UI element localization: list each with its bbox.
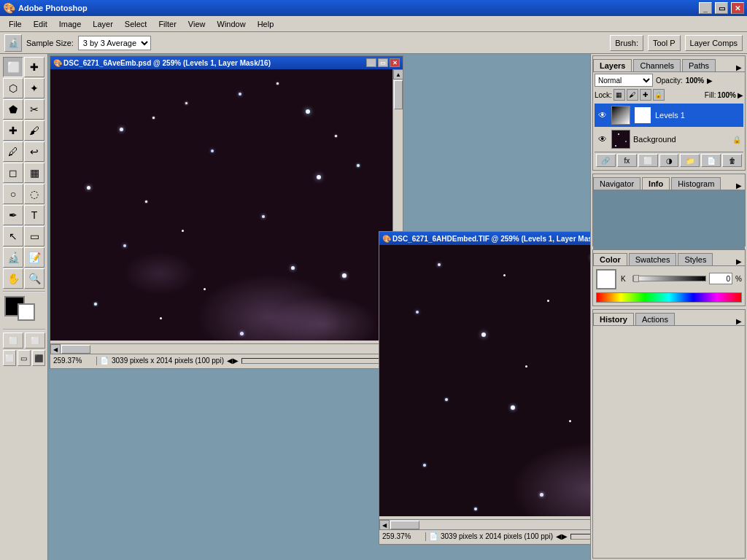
- opacity-label: Opacity:: [656, 77, 683, 85]
- tab-swatches[interactable]: Swatches: [629, 253, 677, 265]
- nav-panel-arrow[interactable]: ▶: [736, 182, 742, 190]
- color-main-swatch[interactable]: [596, 269, 616, 289]
- delete-layer-btn[interactable]: 🗑: [722, 154, 742, 167]
- lasso-tool[interactable]: ⬡: [3, 78, 23, 98]
- tab-histogram[interactable]: Histogram: [671, 177, 721, 190]
- new-layer-btn[interactable]: 📄: [701, 154, 721, 167]
- close-button[interactable]: ✕: [731, 2, 744, 14]
- add-mask-btn[interactable]: ⬜: [638, 154, 658, 167]
- menu-filter[interactable]: Filter: [152, 18, 182, 30]
- app-icon: 🎨: [3, 2, 15, 14]
- eyedropper-tool[interactable]: 🔬: [3, 247, 23, 268]
- tab-navigator[interactable]: Navigator: [593, 177, 640, 190]
- doc-1-maximize[interactable]: ▭: [378, 58, 388, 67]
- tab-color[interactable]: Color: [593, 253, 627, 265]
- layer-style-btn[interactable]: fx: [617, 154, 637, 167]
- background-color[interactable]: [18, 303, 35, 321]
- tab-actions[interactable]: Actions: [635, 313, 675, 325]
- tab-info[interactable]: Info: [642, 177, 670, 190]
- eraser-tool[interactable]: ◻: [3, 163, 23, 183]
- slice-tool[interactable]: ✂: [24, 99, 44, 120]
- doc-1-nav-arrows[interactable]: ◀▶: [227, 357, 239, 365]
- layer-row-background[interactable]: 👁 Background 🔒: [595, 128, 743, 151]
- quick-mask-button[interactable]: ⬜: [25, 332, 45, 349]
- maximize-button[interactable]: ▭: [715, 2, 728, 14]
- type-tool[interactable]: T: [24, 205, 44, 225]
- full-screen-menu-button[interactable]: ▭: [18, 350, 31, 366]
- clone-tool[interactable]: 🖊: [3, 141, 23, 162]
- hand-tool[interactable]: ✋: [3, 268, 23, 289]
- layer-name-background: Background: [633, 135, 729, 144]
- fill-arrow[interactable]: ▶: [738, 91, 743, 99]
- note-tool[interactable]: 📝: [24, 247, 44, 268]
- blur-tool[interactable]: ◌: [24, 184, 44, 204]
- menu-file[interactable]: File: [3, 18, 28, 30]
- adjustment-layer-btn[interactable]: ◑: [659, 154, 679, 167]
- layer-eye-background[interactable]: 👁: [597, 133, 608, 145]
- full-screen-button[interactable]: ⬛: [32, 350, 45, 366]
- doc-2-canvas[interactable]: [379, 245, 590, 516]
- sample-size-select[interactable]: 3 by 3 Average Point Sample 5 by 5 Avera…: [78, 36, 151, 50]
- color-k-slider-thumb[interactable]: [633, 275, 639, 282]
- doc-2-nav-arrows[interactable]: ◀▶: [556, 532, 568, 540]
- normal-mode-button[interactable]: ⬜: [3, 332, 23, 349]
- shape-tool[interactable]: ▭: [24, 226, 44, 246]
- tab-channels[interactable]: Channels: [633, 59, 680, 71]
- gradient-tool[interactable]: ▦: [24, 163, 44, 183]
- brush-presets-button[interactable]: Brush:: [610, 35, 643, 51]
- doc-1-title-bar[interactable]: 🎨 DSC_6271_6AveEmb.psd @ 259% (Levels 1,…: [50, 56, 403, 69]
- layer-group-btn[interactable]: 📁: [680, 154, 700, 167]
- doc-1-canvas[interactable]: [50, 69, 392, 341]
- blend-mode-select[interactable]: Normal Multiply Screen: [595, 74, 653, 87]
- doc-1-close[interactable]: ✕: [390, 58, 400, 67]
- color-gradient-bar[interactable]: [596, 292, 742, 303]
- history-brush-tool[interactable]: ↩: [24, 141, 44, 162]
- layer-comps-button[interactable]: Layer Comps: [685, 35, 743, 51]
- history-panel-arrow[interactable]: ▶: [736, 317, 742, 325]
- color-k-slider[interactable]: [632, 276, 706, 281]
- layers-panel-arrow[interactable]: ▶: [736, 63, 742, 71]
- pen-tool[interactable]: ✒: [3, 205, 23, 225]
- menu-window[interactable]: Window: [212, 18, 252, 30]
- doc-2-title-bar[interactable]: 🎨 DSC_6271_6AHDEmbed.TIF @ 259% (Levels …: [379, 232, 590, 245]
- brush-tool[interactable]: 🖌: [24, 120, 44, 141]
- menu-image[interactable]: Image: [53, 18, 88, 30]
- lock-image-icon[interactable]: 🖌: [627, 89, 638, 101]
- link-layers-btn[interactable]: 🔗: [596, 154, 616, 167]
- color-panel-arrow[interactable]: ▶: [736, 257, 742, 265]
- layer-row-levels1[interactable]: 👁 Levels 1: [595, 104, 743, 127]
- path-selection-tool[interactable]: ↖: [3, 226, 23, 246]
- tab-history[interactable]: History: [593, 313, 634, 325]
- lock-all-icon[interactable]: 🔒: [653, 89, 665, 101]
- color-value-input[interactable]: [709, 273, 732, 284]
- menu-layer[interactable]: Layer: [87, 18, 119, 30]
- menu-edit[interactable]: Edit: [28, 18, 53, 30]
- magic-wand-tool[interactable]: ✦: [24, 78, 44, 98]
- standard-screen-button[interactable]: ⬜: [3, 350, 16, 366]
- tab-paths[interactable]: Paths: [682, 59, 716, 71]
- menu-view[interactable]: View: [182, 18, 212, 30]
- opacity-value: 100%: [686, 77, 705, 85]
- opacity-arrow[interactable]: ▶: [707, 77, 713, 85]
- lock-position-icon[interactable]: ✚: [640, 89, 651, 101]
- app-title-bar: 🎨 Adobe Photoshop _ ▭ ✕: [0, 0, 747, 16]
- marquee-tool[interactable]: ⬜: [3, 57, 23, 77]
- doc-1-hscroll[interactable]: ◀ ▶: [50, 343, 392, 354]
- doc-2-hscroll[interactable]: ◀ ▶: [379, 519, 590, 529]
- doc-1-zoom: 259.37%: [53, 357, 93, 365]
- menu-select[interactable]: Select: [119, 18, 153, 30]
- layer-eye-levels1[interactable]: 👁: [597, 109, 608, 121]
- healing-tool[interactable]: ✚: [3, 120, 23, 141]
- zoom-tool[interactable]: 🔍: [24, 268, 44, 289]
- tab-layers[interactable]: Layers: [593, 59, 632, 71]
- dodge-tool[interactable]: ○: [3, 184, 23, 204]
- move-tool[interactable]: ✚: [24, 57, 44, 77]
- doc-1-status-bar: 259.37% 📄 3039 pixels x 2014 pixels (100…: [50, 354, 403, 367]
- doc-1-minimize[interactable]: _: [366, 58, 376, 67]
- lock-transparency-icon[interactable]: ▦: [614, 89, 625, 101]
- tab-styles[interactable]: Styles: [678, 253, 713, 265]
- crop-tool[interactable]: ⬟: [3, 99, 23, 120]
- minimize-button[interactable]: _: [699, 2, 712, 14]
- menu-help[interactable]: Help: [252, 18, 280, 30]
- tool-presets-button[interactable]: Tool P: [648, 35, 681, 51]
